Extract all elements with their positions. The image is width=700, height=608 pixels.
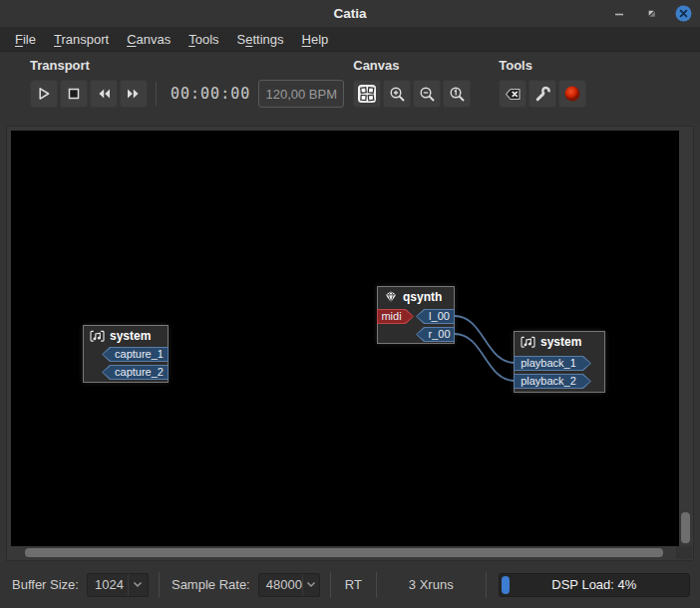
port-capture-2[interactable]: capture_2 [102,365,169,380]
hardware-audio-icon [521,336,535,349]
vertical-scrollbar-thumb[interactable] [681,512,690,543]
vertical-scrollbar[interactable] [680,131,691,546]
node-header: system [84,326,168,346]
close-icon [675,5,692,22]
canvas-group: Canvas [353,58,471,125]
tools-section-label: Tools [499,58,586,73]
patchbay-canvas[interactable]: system capture_1 capture_2 qsynth [11,131,679,546]
menu-transport[interactable]: Transport [45,29,118,50]
menu-canvas[interactable]: Canvas [118,29,179,50]
dsp-load-label: DSP Load: 4% [500,574,689,596]
xruns-count: 3 Xruns [409,577,454,592]
minimize-button[interactable] [610,5,628,23]
chevron-down-icon [128,574,148,596]
forward-icon [126,86,142,102]
node-header: system [515,332,604,352]
menu-settings[interactable]: Settings [228,29,293,50]
menu-file[interactable]: File [6,29,45,50]
port-l00[interactable]: l_00 [416,309,455,324]
buffer-size-label: Buffer Size: [12,577,79,592]
restore-icon [645,7,658,20]
hardware-audio-icon [90,330,105,343]
menubar: File Transport Canvas Tools Settings Hel… [0,27,700,52]
clear-xruns-button[interactable] [499,80,526,108]
port-midi[interactable]: midi [377,309,414,324]
configure-button[interactable] [528,80,556,108]
play-icon [36,86,52,102]
sample-rate-select[interactable]: 48000 [258,573,320,597]
record-icon [563,85,581,103]
scrollbar-corner [676,546,692,559]
statusbar-separator [330,572,331,598]
transport-group: Transport 00:00:00 120,00 BPM [30,58,344,125]
statusbar-separator [159,572,160,598]
node-title: qsynth [403,290,442,304]
stop-icon [66,86,82,102]
sample-rate-label: Sample Rate: [172,577,250,592]
zoom-100-button[interactable] [443,80,471,108]
transport-section-label: Transport [30,58,344,73]
menu-tools[interactable]: Tools [179,29,227,50]
play-button[interactable] [30,80,58,108]
chevron-down-icon [302,574,319,596]
node-title: system [540,335,581,349]
bpm-display[interactable]: 120,00 BPM [258,80,344,108]
zoom-100-icon [449,86,466,103]
statusbar-separator [376,572,377,598]
zoom-in-button[interactable] [383,80,411,108]
toolbar: Transport 00:00:00 120,00 BPM Canvas [0,52,700,125]
arrange-dice-icon [357,84,377,104]
canvas-section-label: Canvas [353,58,471,73]
connection-r00-playback2[interactable] [455,334,515,381]
record-button[interactable] [558,80,586,108]
horizontal-scrollbar-thumb[interactable] [25,548,663,557]
clear-xruns-icon [505,86,522,103]
menu-help[interactable]: Help [293,29,338,50]
horizontal-scrollbar[interactable] [11,547,679,558]
statusbar-separator [486,572,487,598]
rewind-button[interactable] [90,80,118,108]
application-icon [384,290,398,304]
port-r00[interactable]: r_00 [416,327,455,342]
arrange-button[interactable] [353,80,381,108]
dsp-load-bar: DSP Load: 4% [499,573,690,597]
node-header: qsynth [378,287,454,307]
forward-button[interactable] [120,80,148,108]
toolbar-separator [156,82,157,106]
node-system-playback[interactable]: system playback_1 playback_2 [514,331,605,393]
statusbar: Buffer Size: 1024 Sample Rate: 48000 RT … [0,561,700,608]
maximize-button[interactable] [642,5,660,23]
node-qsynth[interactable]: qsynth midi l_00 r_00 [377,286,455,344]
titlebar: Catia [0,0,700,27]
port-playback-2[interactable]: playback_2 [514,374,591,389]
wrench-icon [534,86,551,103]
connection-l00-playback1[interactable] [455,316,515,363]
zoom-in-icon [389,86,406,103]
transport-time: 00:00:00 [165,85,256,103]
buffer-size-select[interactable]: 1024 [87,573,149,597]
sample-rate-value: 48000 [259,577,302,592]
zoom-out-icon [419,86,436,103]
port-playback-1[interactable]: playback_1 [514,356,591,371]
node-title: system [110,329,151,343]
realtime-indicator: RT [345,577,362,592]
minimize-icon [612,7,626,21]
zoom-out-button[interactable] [413,80,441,108]
stop-button[interactable] [60,80,88,108]
close-button[interactable] [674,5,692,23]
rewind-icon [96,86,112,102]
node-system-capture[interactable]: system capture_1 capture_2 [83,325,169,383]
buffer-size-value: 1024 [88,577,128,592]
window-title: Catia [0,6,700,21]
tools-group: Tools [499,58,586,125]
port-capture-1[interactable]: capture_1 [102,347,169,362]
patchbay-frame: system capture_1 capture_2 qsynth [6,126,694,561]
